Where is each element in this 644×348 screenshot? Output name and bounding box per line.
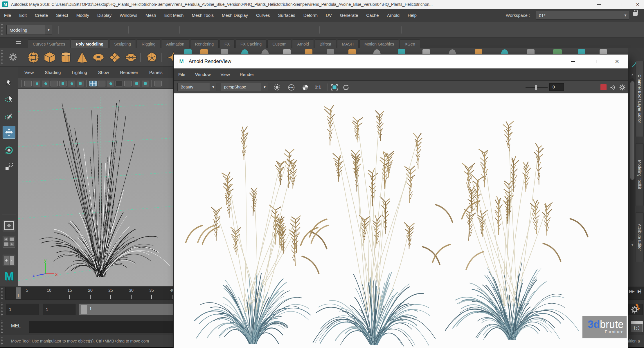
panel-menu-lighting[interactable]: Lighting — [72, 70, 87, 75]
background-toggle-icon[interactable] — [301, 84, 309, 91]
grip-handle[interactable] — [1, 302, 4, 317]
ipr-broadcast-icon[interactable] — [609, 84, 617, 91]
abort-render-button[interactable] — [600, 84, 607, 90]
panel-menu-shading[interactable]: Shading — [45, 70, 61, 75]
grip-handle[interactable] — [1, 24, 4, 36]
rgb-channel-icon[interactable]: RGB — [287, 84, 295, 91]
exposure-value-field[interactable]: 0 — [549, 83, 564, 91]
camera-dropdown[interactable]: perspShape▼ — [221, 83, 268, 91]
refresh-render-icon[interactable] — [342, 84, 350, 91]
poly-cylinder-icon[interactable] — [59, 51, 73, 64]
rv-menu-window[interactable]: Window — [195, 72, 211, 77]
menu-mesh-display[interactable]: Mesh Display — [218, 13, 252, 18]
shelf-tab-custom[interactable]: Custom — [267, 39, 291, 48]
workspace-dropdown[interactable]: 01* ▼ — [536, 11, 629, 20]
poly-cube-icon[interactable] — [43, 51, 56, 64]
animation-preferences-icon[interactable] — [629, 303, 642, 316]
pixel-ratio-label[interactable]: 1:1 — [315, 84, 321, 89]
menu-mesh[interactable]: Mesh — [141, 13, 160, 18]
grease-pencil-icon[interactable] — [77, 81, 84, 86]
image-plane-icon[interactable] — [59, 81, 66, 86]
aov-dropdown[interactable]: Beauty▼ — [177, 83, 217, 91]
step-forward-icon[interactable]: ▶▶ — [629, 289, 634, 293]
menuset-dropdown[interactable]: Modeling ▼ — [6, 25, 52, 35]
shelf-tab-poly-modeling[interactable]: Poly Modeling — [71, 39, 108, 48]
safe-action-icon[interactable] — [133, 81, 140, 86]
menu-file[interactable]: File — [0, 13, 15, 18]
scale-tool-icon[interactable] — [3, 160, 15, 173]
grip-handle[interactable] — [1, 320, 4, 334]
field-chart-icon[interactable] — [124, 81, 132, 86]
go-to-end-icon[interactable]: ▶| — [638, 289, 641, 293]
menu-surfaces[interactable]: Surfaces — [274, 13, 299, 18]
grip-handle[interactable] — [1, 288, 4, 299]
shelf-tab-curves-surfaces[interactable]: Curves / Surfaces — [28, 39, 70, 48]
poly-platonic-icon[interactable] — [145, 51, 159, 64]
bookmark-icon[interactable] — [51, 81, 58, 86]
shelf-settings-gear-icon[interactable] — [8, 52, 19, 63]
minimize-button[interactable] — [591, 0, 606, 9]
menu-curves[interactable]: Curves — [252, 13, 274, 18]
panel-menu-show[interactable]: Show — [98, 70, 109, 75]
render-image[interactable]: 3dbrute Furniture — [174, 93, 628, 348]
shelf-tab-rigging[interactable]: Rigging — [137, 39, 160, 48]
select-tool-icon[interactable] — [3, 76, 15, 89]
shelf-tab-fx[interactable]: FX — [220, 39, 235, 48]
slider-handle[interactable] — [535, 85, 537, 90]
layout-two-pane-button[interactable] — [3, 255, 15, 266]
rotate-tool-icon[interactable] — [3, 144, 15, 157]
region-render-icon[interactable] — [331, 84, 338, 91]
tab-modeling-toolkit[interactable]: Modeling Toolkit — [636, 143, 644, 206]
menu-cache[interactable]: Cache — [362, 13, 383, 18]
renderview-settings-gear-icon[interactable] — [618, 84, 626, 91]
range-slider-handle[interactable] — [81, 305, 87, 314]
panel-menu-renderer[interactable]: Renderer — [120, 70, 138, 75]
grip-handle[interactable] — [1, 50, 4, 65]
close-button[interactable]: × — [630, 0, 644, 9]
script-editor-icon[interactable]: {;} — [631, 321, 643, 332]
shelf-menu-icon[interactable] — [16, 41, 21, 44]
menu-mesh-tools[interactable]: Mesh Tools — [188, 13, 218, 18]
tab-channel-box[interactable]: Channel Box / Layer Editor — [636, 61, 644, 137]
shelf-tab-motion-graphics[interactable]: Motion Graphics — [359, 39, 399, 48]
shelf-tab-sculpting[interactable]: Sculpting — [109, 39, 136, 48]
shelf-tab-animation[interactable]: Animation — [161, 39, 189, 48]
poly-torus-icon[interactable] — [92, 51, 105, 64]
tab-attribute-editor[interactable]: Attribute Editor — [636, 212, 644, 262]
panel-menu-panels[interactable]: Panels — [149, 70, 163, 75]
command-line-label[interactable]: MEL — [11, 323, 21, 329]
sidebar-scrollbar[interactable] — [630, 78, 635, 241]
shelf-tab-bifrost[interactable]: Bifrost — [315, 39, 336, 48]
rv-menu-view[interactable]: View — [221, 72, 230, 77]
viewport-canvas[interactable]: y x z — [18, 89, 174, 286]
minimize-button[interactable] — [563, 55, 583, 68]
renderview-titlebar[interactable]: M Arnold RenderView × — [174, 55, 628, 68]
camera-attributes-icon[interactable] — [42, 81, 49, 86]
poly-cone-icon[interactable] — [75, 51, 89, 64]
playback-start-field[interactable]: 1 — [6, 304, 39, 315]
grip-handle[interactable] — [1, 337, 4, 345]
shelf-tab-arnold[interactable]: Arnold — [292, 39, 314, 48]
scrollbar-thumb[interactable] — [630, 81, 634, 180]
maximize-button[interactable] — [584, 55, 605, 68]
shelf-tab-fx-caching[interactable]: FX Caching — [235, 39, 267, 48]
menu-display[interactable]: Display — [93, 13, 116, 18]
paint-select-tool-icon[interactable] — [3, 110, 15, 122]
camera-lock-icon[interactable] — [33, 81, 40, 86]
lasso-tool-icon[interactable] — [3, 93, 15, 106]
snapshot-icon[interactable] — [273, 84, 281, 91]
menu-select[interactable]: Select — [52, 13, 72, 18]
menu-create[interactable]: Create — [31, 13, 52, 18]
gate-mask-icon[interactable] — [116, 81, 123, 86]
film-gate-icon[interactable] — [98, 81, 105, 86]
layout-single-pane-button[interactable] — [3, 220, 15, 231]
poly-disc-icon[interactable] — [124, 51, 138, 64]
rv-menu-render[interactable]: Render — [240, 72, 254, 77]
shelf-tab-rendering[interactable]: Rendering — [190, 39, 219, 48]
scroll-down-icon[interactable]: ▼ — [630, 243, 635, 246]
grid-icon[interactable] — [89, 81, 97, 86]
menu-modify[interactable]: Modify — [72, 13, 93, 18]
menu-generate[interactable]: Generate — [336, 13, 362, 18]
menu-edit-mesh[interactable]: Edit Mesh — [160, 13, 188, 18]
restore-button[interactable] — [613, 0, 628, 9]
